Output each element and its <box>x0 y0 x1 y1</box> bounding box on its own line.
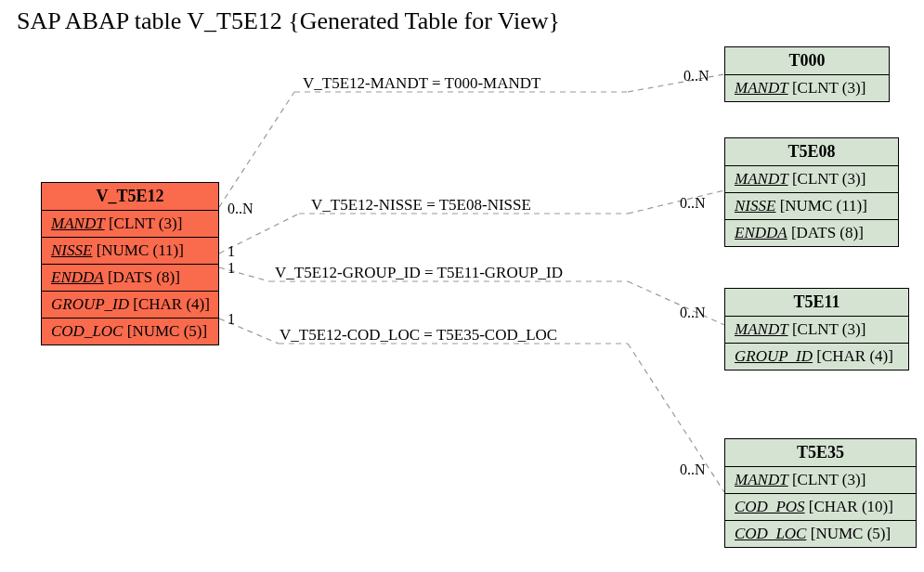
entity-field: MANDT [CLNT (3)] <box>725 467 916 494</box>
diagram-title: SAP ABAP table V_T5E12 {Generated Table … <box>17 7 560 35</box>
entity-field: MANDT [CLNT (3)] <box>725 317 908 344</box>
entity-t5e11: T5E11 MANDT [CLNT (3)] GROUP_ID [CHAR (4… <box>724 288 909 370</box>
entity-header: T5E11 <box>725 289 908 317</box>
entity-t000: T000 MANDT [CLNT (3)] <box>724 46 890 102</box>
entity-t5e35: T5E35 MANDT [CLNT (3)] COD_POS [CHAR (10… <box>724 438 917 548</box>
entity-t5e08: T5E08 MANDT [CLNT (3)] NISSE [NUMC (11)]… <box>724 137 899 247</box>
entity-header: V_T5E12 <box>42 183 218 211</box>
svg-line-5 <box>628 190 724 214</box>
cardinality-tgt: 0..N <box>680 195 706 212</box>
entity-field: NISSE [NUMC (11)] <box>42 238 218 265</box>
cardinality-src: 1 <box>228 260 235 277</box>
svg-line-2 <box>628 74 724 92</box>
cardinality-src: 1 <box>228 243 235 260</box>
cardinality-tgt: 0..N <box>683 68 709 84</box>
entity-field: COD_LOC [NUMC (5)] <box>42 318 218 344</box>
svg-line-11 <box>628 344 724 492</box>
relation-label: V_T5E12-GROUP_ID = T5E11-GROUP_ID <box>275 264 563 282</box>
cardinality-tgt: 0..N <box>680 462 706 478</box>
entity-v-t5e12: V_T5E12 MANDT [CLNT (3)] NISSE [NUMC (11… <box>41 182 219 345</box>
entity-field: ENDDA [DATS (8)] <box>725 220 898 246</box>
entity-field: NISSE [NUMC (11)] <box>725 193 898 220</box>
svg-line-8 <box>628 281 724 325</box>
cardinality-tgt: 0..N <box>680 305 706 321</box>
cardinality-src: 1 <box>228 311 235 328</box>
cardinality-src: 0..N <box>228 201 254 217</box>
entity-field: COD_LOC [NUMC (5)] <box>725 521 916 547</box>
svg-line-0 <box>219 92 294 207</box>
relation-label: V_T5E12-COD_LOC = T5E35-COD_LOC <box>280 326 557 344</box>
entity-field: GROUP_ID [CHAR (4)] <box>725 344 908 370</box>
entity-field: COD_POS [CHAR (10)] <box>725 494 916 521</box>
entity-header: T5E08 <box>725 138 898 166</box>
relation-label: V_T5E12-NISSE = T5E08-NISSE <box>311 196 531 214</box>
entity-field: ENDDA [DATS (8)] <box>42 265 218 292</box>
entity-header: T000 <box>725 47 889 75</box>
entity-field: MANDT [CLNT (3)] <box>725 166 898 193</box>
entity-header: T5E35 <box>725 439 916 467</box>
entity-field: MANDT [CLNT (3)] <box>42 211 218 238</box>
entity-field: MANDT [CLNT (3)] <box>725 75 889 101</box>
entity-field: GROUP_ID [CHAR (4)] <box>42 292 218 318</box>
relation-label: V_T5E12-MANDT = T000-MANDT <box>303 74 540 93</box>
